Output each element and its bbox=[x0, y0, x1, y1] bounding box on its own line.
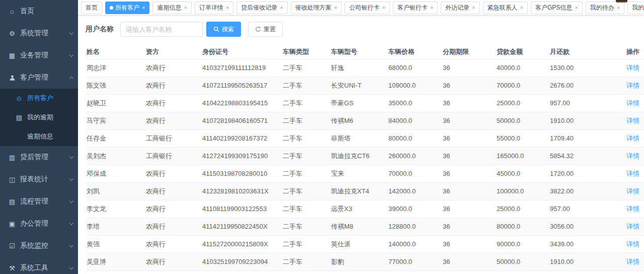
reset-button[interactable]: 重置 bbox=[248, 22, 283, 37]
close-icon[interactable]: × bbox=[520, 5, 523, 11]
detail-link[interactable]: 详情 bbox=[626, 152, 639, 160]
tab-1[interactable]: 所有客户× bbox=[105, 2, 149, 14]
detail-link[interactable]: 详情 bbox=[626, 205, 639, 213]
detail-link[interactable]: 详情 bbox=[626, 134, 639, 142]
tab-12[interactable]: 我的流程× bbox=[627, 2, 644, 14]
close-icon[interactable]: × bbox=[226, 5, 229, 11]
cell-monthly-payment: 1910.00 bbox=[550, 253, 626, 270]
cell-loan-amount bbox=[497, 270, 550, 274]
cell-name: 黄强 bbox=[87, 235, 146, 253]
cell-name: 李文龙 bbox=[87, 200, 146, 218]
table-row: 邓保成农商行411503198708280010二手车宝来70000.03645… bbox=[87, 165, 644, 182]
detail-link[interactable]: 详情 bbox=[626, 223, 639, 230]
tab-5[interactable]: 催收处理方案× bbox=[291, 2, 342, 14]
sidebar-item-2[interactable]: ▦业务管理 bbox=[0, 44, 78, 66]
detail-link[interactable]: 详情 bbox=[626, 99, 639, 107]
cell-id-number: 410325199709223094 bbox=[202, 253, 283, 270]
close-icon[interactable]: × bbox=[382, 5, 385, 11]
cell-funder: 农商行 bbox=[146, 235, 202, 253]
customer-table: 姓名资方身份证号车辆类型车辆型号车辆价格分期期限贷款金额月还款操作 周志洋农商行… bbox=[87, 45, 644, 274]
sidebar-item-label: 系统监控 bbox=[20, 241, 48, 250]
close-icon[interactable]: × bbox=[472, 5, 475, 11]
detail-link[interactable]: 详情 bbox=[626, 187, 639, 195]
sidebar-item-1[interactable]: ⚙系统管理 bbox=[0, 22, 78, 44]
search-button[interactable]: 搜索 bbox=[206, 22, 241, 37]
cell-funder: 农商行 bbox=[146, 270, 202, 274]
cell-name: 刘凯 bbox=[87, 182, 146, 200]
cell-actions: 详情 bbox=[626, 165, 644, 182]
cell-id-number: 41142119950822450X bbox=[202, 218, 283, 235]
tab-label: 客户银行卡 bbox=[397, 4, 428, 12]
chevron-down-icon bbox=[69, 198, 73, 202]
tab-10[interactable]: 客户GPS信息× bbox=[531, 2, 583, 14]
sidebar-item-0[interactable]: ⌂首页 bbox=[0, 0, 78, 22]
close-icon[interactable]: × bbox=[617, 5, 620, 11]
close-icon[interactable]: × bbox=[280, 5, 283, 11]
sidebar-item-7[interactable]: ▣办公管理 bbox=[0, 213, 78, 235]
detail-link[interactable]: 详情 bbox=[626, 64, 639, 72]
column-header: 车辆价格 bbox=[388, 45, 443, 59]
sidebar-subitem-3-1[interactable]: ▤我的逾期 bbox=[0, 108, 78, 127]
avatar[interactable] bbox=[616, 0, 627, 3]
tab-6[interactable]: 公司银行卡× bbox=[345, 2, 389, 14]
sidebar-item-3[interactable]: 客户管理 bbox=[0, 66, 78, 89]
sidebar-subitem-label: 逾期信息 bbox=[27, 132, 53, 141]
tab-3[interactable]: 订单详情× bbox=[195, 2, 233, 14]
cell-vehicle-model: 菲斯塔 bbox=[331, 129, 388, 147]
close-icon[interactable]: × bbox=[184, 5, 187, 11]
close-icon[interactable]: × bbox=[430, 5, 433, 11]
sidebar-item-4[interactable]: ▥贷后管理 bbox=[0, 146, 78, 168]
cell-term: 36 bbox=[443, 94, 497, 112]
sidebar-item-6[interactable]: ▤流程管理 bbox=[0, 190, 78, 213]
cell-actions: 详情 bbox=[626, 59, 644, 77]
detail-link[interactable]: 详情 bbox=[626, 258, 639, 265]
table-row: 马守宾农商行410728198406160571二手车传祺M684000.036… bbox=[87, 112, 644, 129]
tab-0[interactable]: 首页 bbox=[81, 2, 102, 14]
tab-11[interactable]: 我的待办× bbox=[586, 2, 624, 14]
cell-name: 李培 bbox=[87, 218, 146, 235]
tab-9[interactable]: 紧急联系人× bbox=[483, 2, 528, 14]
gear-icon: ⚙ bbox=[8, 30, 16, 37]
cell-funder: 农商行 bbox=[146, 253, 202, 270]
detail-link[interactable]: 详情 bbox=[626, 82, 639, 89]
table-row: 刘凯农商行41232819810203631X二手车凯迪拉克XT4142000.… bbox=[87, 182, 644, 200]
tab-7[interactable]: 客户银行卡× bbox=[393, 2, 438, 14]
close-icon[interactable]: × bbox=[142, 5, 145, 11]
detail-link[interactable]: 详情 bbox=[626, 240, 639, 248]
sidebar-item-9[interactable]: ⚒系统工具 bbox=[0, 257, 78, 274]
sidebar-item-5[interactable]: ◫报表统计 bbox=[0, 168, 78, 190]
cell-term bbox=[443, 270, 497, 274]
sidebar-item-8[interactable]: ☑系统监控 bbox=[0, 235, 78, 257]
cell-vehicle-type: 二手车 bbox=[283, 165, 331, 182]
cell-vehicle-model: 远景X3 bbox=[331, 200, 388, 218]
tab-4[interactable]: 贷后催收记录× bbox=[236, 2, 287, 14]
cell-actions: 详情 bbox=[626, 200, 644, 218]
close-icon[interactable]: × bbox=[575, 5, 578, 11]
customer-name-input[interactable] bbox=[120, 22, 203, 37]
office-icon: ▣ bbox=[8, 220, 16, 228]
table-row: 王明伟农商行二手车轩逸详情 bbox=[87, 270, 644, 274]
detail-link[interactable]: 详情 bbox=[626, 117, 639, 124]
cell-vehicle-model: 英仕派 bbox=[331, 235, 388, 253]
cell-funder: 农商行 bbox=[146, 77, 202, 94]
tab-label: 外访记录 bbox=[445, 4, 469, 12]
cell-monthly-payment: 3056.00 bbox=[550, 218, 626, 235]
sidebar-subitem-3-0[interactable]: ⊙所有客户 bbox=[0, 89, 78, 108]
detail-link[interactable]: 详情 bbox=[626, 170, 639, 177]
tab-2[interactable]: 逾期信息× bbox=[152, 2, 191, 14]
tool-icon: ⚒ bbox=[8, 264, 16, 272]
tab-8[interactable]: 外访记录× bbox=[441, 2, 479, 14]
cell-vehicle-price: 109000.0 bbox=[388, 77, 443, 94]
cell-vehicle-type: 二手车 bbox=[283, 253, 331, 270]
tab-label: 所有客户 bbox=[115, 4, 139, 12]
cell-name: 吴亚博 bbox=[87, 253, 146, 270]
cell-monthly-payment: 3822.00 bbox=[550, 182, 626, 200]
cell-vehicle-model: 轩逸 bbox=[331, 270, 388, 274]
cell-monthly-payment: 2676.00 bbox=[550, 77, 626, 94]
close-icon[interactable]: × bbox=[334, 5, 337, 11]
cell-term: 36 bbox=[443, 59, 497, 77]
sidebar-subitem-label: 我的逾期 bbox=[27, 113, 53, 122]
cell-actions: 详情 bbox=[626, 129, 644, 147]
cell-term: 36 bbox=[443, 182, 497, 200]
sidebar-subitem-3-2[interactable]: 逾期信息 bbox=[0, 127, 78, 146]
